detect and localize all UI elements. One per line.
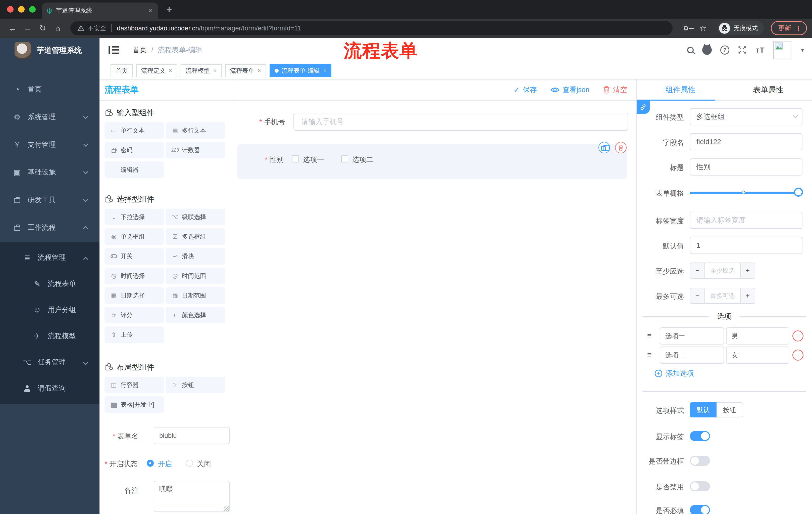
browser-menu-icon[interactable]: ⋮ (795, 24, 802, 32)
checkbox-option-label[interactable]: 选项二 (352, 155, 373, 164)
collapse-sidebar-icon[interactable] (109, 46, 119, 54)
component-pill[interactable]: ▭单行文本 (105, 122, 164, 139)
remark-textarea[interactable]: 嘿嘿 (154, 481, 230, 512)
component-pill[interactable]: ◫行容器 (105, 377, 164, 393)
sidebar-item[interactable]: ✈流程模型 (0, 323, 99, 349)
font-size-icon[interactable]: тT (755, 46, 765, 54)
breadcrumb-home[interactable]: 首页 (133, 45, 147, 55)
phone-input[interactable] (293, 113, 628, 131)
view-tag[interactable]: 流程模型× (181, 64, 222, 77)
selected-component-gender[interactable]: *性别 选项一选项二 (237, 144, 627, 179)
fullscreen-icon[interactable]: ↖↗↙↘ (738, 46, 747, 55)
field-name-input[interactable] (690, 133, 803, 151)
add-option-button[interactable]: + 添加选项 (655, 369, 694, 378)
sidebar-item[interactable]: ⌥任务管理 (0, 349, 99, 375)
toggle-switch[interactable] (690, 431, 710, 441)
tag-close-icon[interactable]: × (213, 67, 216, 74)
plus-icon[interactable]: + (740, 263, 755, 278)
browser-tab[interactable]: ψ 芋道管理系统 × (42, 2, 158, 19)
checkbox-icon[interactable] (341, 155, 348, 162)
close-window-button[interactable] (7, 6, 13, 12)
forward-icon[interactable]: → (20, 24, 35, 33)
drag-handle-icon[interactable]: ≡ (647, 351, 652, 359)
tag-close-icon[interactable]: × (258, 67, 261, 74)
option-label-input[interactable] (660, 347, 724, 363)
save-button[interactable]: ✓ 保存 (513, 85, 536, 94)
sidebar-item[interactable]: ⚙系统管理 (0, 103, 99, 131)
toggle-switch[interactable] (690, 481, 710, 491)
back-icon[interactable]: ← (5, 24, 20, 33)
default-value-input[interactable] (690, 237, 803, 254)
form-name-input[interactable] (154, 427, 230, 444)
component-pill[interactable]: ▦表格[开发中] (105, 396, 164, 413)
sidebar-item[interactable]: 请假查询 (0, 375, 99, 401)
title-input[interactable] (690, 158, 803, 175)
status-off-radio[interactable] (186, 460, 193, 467)
component-pill[interactable]: 密码 (105, 142, 164, 158)
view-tag[interactable]: 流程定义× (136, 64, 177, 77)
help-icon[interactable]: ? (720, 46, 729, 55)
component-pill[interactable]: ▦日期选择 (105, 287, 164, 304)
view-tag[interactable]: 首页 (111, 64, 133, 77)
delete-component-button[interactable] (615, 142, 627, 154)
sidebar-item[interactable]: ☺用户分组 (0, 297, 99, 323)
minus-icon[interactable]: − (690, 288, 705, 303)
github-icon[interactable] (702, 45, 712, 55)
remove-option-button[interactable]: − (792, 350, 804, 360)
new-tab-button[interactable]: + (166, 4, 172, 15)
component-pill[interactable]: ◉单选框组 (105, 228, 164, 245)
remove-option-button[interactable]: − (792, 330, 804, 342)
tab-component-props[interactable]: 组件属性 (637, 79, 724, 100)
status-off-label[interactable]: 关闭 (197, 459, 211, 469)
plus-icon[interactable]: + (740, 288, 755, 303)
component-pill[interactable]: ◷时间选择 (105, 268, 164, 284)
sidebar-item[interactable]: ¥支付管理 (0, 131, 99, 158)
avatar[interactable] (773, 41, 791, 59)
option-value-input[interactable] (726, 347, 789, 363)
search-icon[interactable] (687, 47, 694, 53)
label-width-input[interactable] (690, 212, 803, 229)
component-pill[interactable]: ⌄下拉选择 (105, 209, 164, 225)
component-pill[interactable]: ◐颜色选择 (166, 307, 225, 323)
clear-button[interactable]: 清空 (603, 85, 627, 94)
sidebar-item[interactable]: ≣流程管理 (0, 244, 99, 271)
style-button-button[interactable]: 按钮 (717, 402, 743, 417)
component-pill[interactable]: ▩日期范围 (166, 287, 225, 304)
maximize-window-button[interactable] (29, 6, 36, 12)
view-tag[interactable]: 流程表单× (225, 64, 266, 77)
link-tag[interactable] (637, 101, 650, 114)
browser-update-button[interactable]: 更新 ⋮ (771, 21, 807, 35)
max-select-placeholder[interactable]: 最多可选 (705, 288, 740, 303)
sidebar-item[interactable]: 研发工具 (0, 186, 99, 214)
component-pill[interactable]: ⇧上传 (105, 326, 164, 343)
view-json-button[interactable]: 查看json (550, 85, 589, 94)
view-tag[interactable]: 流程表单-编辑× (269, 64, 331, 77)
grid-slider-track[interactable] (690, 192, 803, 194)
reload-icon[interactable]: ↻ (35, 23, 50, 33)
component-type-select[interactable]: 多选框组 (690, 108, 803, 125)
drag-handle-icon[interactable]: ≡ (647, 331, 652, 340)
component-pill[interactable]: ☆评分 (105, 307, 164, 323)
resize-handle[interactable] (224, 507, 229, 511)
component-pill[interactable]: 123计数器 (166, 142, 225, 158)
style-default-button[interactable]: 默认 (690, 402, 717, 417)
grid-slider-handle[interactable] (794, 188, 803, 197)
tag-close-icon[interactable]: × (169, 67, 172, 74)
sidebar-item[interactable]: ◔首页 (0, 76, 99, 103)
status-on-label[interactable]: 开启 (158, 459, 172, 469)
component-pill[interactable]: 编辑器 (105, 161, 164, 178)
sidebar-item[interactable]: ✎流程表单 (0, 271, 99, 297)
bookmark-star-icon[interactable]: ☆ (699, 23, 706, 33)
component-pill[interactable]: ⊸滑块 (166, 248, 225, 265)
tab-form-props[interactable]: 表单属性 (724, 79, 812, 100)
component-pill[interactable]: ◶时间范围 (166, 268, 225, 284)
tag-close-icon[interactable]: × (323, 67, 327, 74)
option-value-input[interactable] (726, 327, 789, 345)
checkbox-icon[interactable] (292, 155, 299, 162)
checkbox-option-label[interactable]: 选项一 (303, 155, 324, 164)
toggle-switch[interactable] (690, 456, 710, 466)
component-pill[interactable]: ⌥级联选择 (166, 209, 225, 225)
toggle-switch[interactable] (690, 505, 710, 514)
home-icon[interactable]: ⌂ (50, 24, 65, 33)
status-on-radio[interactable] (147, 460, 154, 467)
